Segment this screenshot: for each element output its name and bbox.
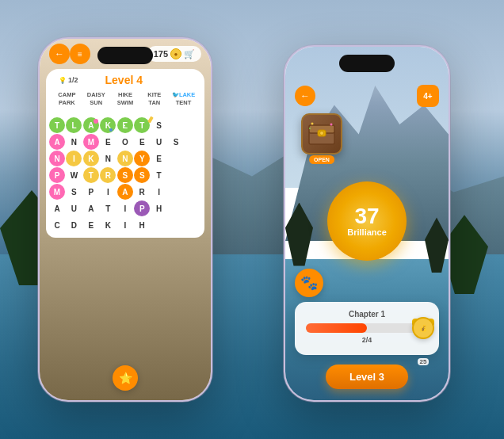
dynamic-island-left — [97, 47, 153, 64]
progress-bar-fill — [306, 323, 367, 333]
cell-5-7 — [168, 200, 184, 216]
cell-2-3: N — [100, 151, 116, 166]
confetti-4 — [109, 128, 113, 132]
cell-3-3: R — [100, 167, 116, 183]
cell-2-7 — [168, 151, 184, 166]
cell-0-7 — [168, 117, 184, 133]
cell-5-2: A — [83, 200, 99, 216]
hint-count: 1/2 — [68, 76, 78, 84]
word-tan: TAN — [141, 99, 167, 106]
word-park: PARK — [54, 99, 80, 106]
cell-1-4: O — [117, 134, 133, 150]
cell-6-4: I — [117, 217, 133, 233]
cell-4-4: A — [117, 184, 133, 200]
cell-6-7 — [168, 217, 184, 233]
star-button[interactable]: ⭐ — [113, 365, 138, 391]
menu-button[interactable]: ≡ — [70, 44, 90, 64]
cell-1-6: U — [151, 134, 167, 150]
cell-5-3: T — [100, 200, 116, 216]
cell-6-3: K — [100, 217, 116, 233]
progress-label: 2/4 — [306, 336, 428, 344]
word-tent: TENT — [170, 99, 197, 106]
level-button[interactable]: Level 3 — [326, 365, 408, 389]
open-label: OPEN — [309, 155, 334, 164]
word-hike: HIKE — [113, 91, 139, 98]
word-camp: CAMP — [54, 91, 80, 98]
cart-icon[interactable]: 🛒 — [184, 49, 195, 59]
game-header-top: 💡 1/2 Level 4 — [54, 74, 197, 86]
cell-4-3: I — [100, 184, 116, 200]
cell-4-1: S — [66, 184, 82, 200]
coin-value-left: 175 — [154, 49, 168, 59]
cell-6-8 — [185, 217, 201, 233]
cell-6-2: E — [83, 217, 99, 233]
treasure-chest[interactable]: OPEN — [301, 113, 342, 155]
confetti-1 — [94, 119, 98, 124]
dynamic-island-right — [339, 55, 395, 72]
cell-0-1: L — [66, 117, 82, 133]
cell-3-5: S — [134, 167, 150, 183]
cell-0-0: T — [49, 117, 65, 133]
right-phone-content: ← 4+ — [285, 47, 449, 400]
paw-icon-symbol: 🐾 — [300, 274, 318, 292]
word-swim: SWIM — [113, 99, 139, 106]
chest-icon — [307, 122, 336, 146]
coin-count: 25 — [418, 358, 430, 365]
svg-point-3 — [320, 132, 324, 136]
cell-5-8 — [185, 200, 201, 216]
brilliance-number: 37 — [354, 205, 379, 227]
back-icon-right: ← — [300, 90, 310, 101]
cell-2-6: E — [151, 151, 167, 166]
chapter-card: Chapter 1 💰 25 — [295, 302, 439, 355]
cell-2-2: K — [83, 151, 99, 166]
cell-3-7 — [168, 167, 184, 183]
word-lake: 🐦LAKE — [170, 91, 197, 98]
svg-point-6 — [309, 128, 311, 129]
cell-0-8 — [185, 117, 201, 133]
cell-2-8 — [185, 151, 201, 166]
cell-1-5: E — [134, 134, 150, 150]
svg-point-4 — [311, 123, 314, 125]
cell-5-0: A — [49, 200, 65, 216]
cell-5-6: H — [151, 200, 167, 216]
cell-1-1: N — [66, 134, 82, 150]
back-button-left[interactable]: ← — [49, 44, 70, 64]
cell-5-1: U — [66, 200, 82, 216]
treasure-area: OPEN — [301, 113, 342, 155]
cell-6-6 — [151, 217, 167, 233]
cell-1-0: A — [49, 134, 65, 150]
coin-display-left: 175 ● 🛒 — [147, 46, 201, 62]
progress-bar-container: 💰 25 — [306, 323, 428, 333]
phone-right: ← 4+ — [284, 45, 450, 402]
word-grid[interactable]: T L A K E T S A N M E O E U S N — [46, 113, 204, 238]
word-list: CAMP DAISY HIKE KITE 🐦LAKE PARK SUN SWIM… — [54, 90, 197, 108]
cell-5-5: P — [134, 200, 150, 216]
cell-6-5: H — [134, 217, 150, 233]
cell-3-0: P — [49, 167, 65, 183]
grid-table: T L A K E T S A N M E O E U S N — [49, 117, 201, 233]
cell-6-0: C — [49, 217, 65, 233]
cell-1-8 — [185, 134, 201, 150]
cell-4-5: R — [134, 184, 150, 200]
cell-1-7: S — [168, 134, 184, 150]
cell-3-8 — [185, 167, 201, 183]
right-top-bar: ← 4+ — [285, 85, 449, 107]
back-button-right[interactable]: ← — [295, 86, 315, 106]
cell-2-5: Y — [134, 151, 150, 166]
paw-button[interactable]: 🐾 — [295, 269, 323, 297]
svg-point-5 — [330, 124, 333, 126]
cell-2-0: N — [49, 151, 65, 166]
cell-2-1: I — [66, 151, 82, 166]
cell-4-2: P — [83, 184, 99, 200]
coin-stack: 💰 — [412, 317, 434, 339]
chapter-title: Chapter 1 — [306, 310, 428, 319]
star-icon: ⭐ — [119, 372, 132, 384]
confetti-2 — [125, 124, 129, 128]
cell-3-6: T — [151, 167, 167, 183]
cell-4-7 — [168, 184, 184, 200]
avatar-label: 4+ — [423, 92, 432, 101]
hint-badge: 💡 1/2 — [54, 74, 83, 86]
coin-icon-left: ● — [170, 48, 181, 59]
phone-left: ← ≡ 175 ● 🛒 💡 1/2 Level 4 — [38, 37, 212, 402]
cell-6-1: D — [66, 217, 82, 233]
